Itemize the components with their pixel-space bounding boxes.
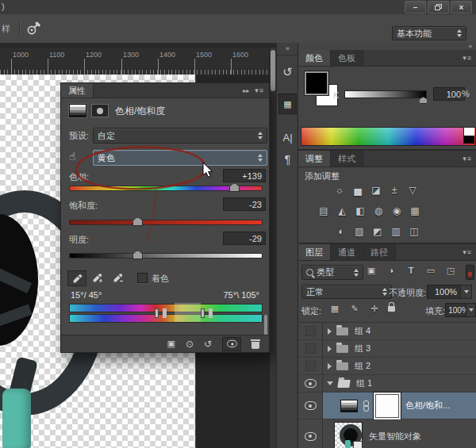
- layer-row-vector-smart-object[interactable]: 矢量智能对象: [298, 419, 476, 448]
- lock-all-icon[interactable]: [388, 306, 395, 312]
- dock-collapse-icon[interactable]: «: [277, 43, 298, 52]
- layers-panel-menu-icon[interactable]: ▾≡: [463, 248, 472, 256]
- hue-saturation-adjustment-icon[interactable]: [69, 104, 86, 117]
- targeted-adjustment-icon[interactable]: [25, 21, 41, 37]
- expander-collapsed-icon[interactable]: [328, 328, 332, 335]
- colorize-checkbox[interactable]: [137, 273, 148, 283]
- tab-swatches[interactable]: 色板: [331, 50, 363, 66]
- tab-properties[interactable]: 属性: [61, 83, 94, 98]
- toggle-visibility-button[interactable]: [222, 337, 241, 351]
- lock-position-icon[interactable]: ✛: [368, 304, 381, 314]
- dock-expand-icon[interactable]: »: [469, 43, 472, 50]
- invert-icon[interactable]: ◐: [335, 226, 347, 237]
- color-lookup-icon[interactable]: ▦: [409, 205, 421, 216]
- layer-mask-thumbnail[interactable]: [375, 394, 399, 418]
- layer-filter-kind-select[interactable]: 类型: [301, 265, 363, 280]
- visibility-cell[interactable]: [298, 358, 323, 374]
- history-panel-icon[interactable]: ↺: [277, 65, 298, 79]
- color-balance-icon[interactable]: ◭: [336, 205, 348, 216]
- k-value[interactable]: 100: [433, 87, 465, 101]
- adjustment-layer-thumbnail[interactable]: [340, 400, 358, 412]
- exposure-icon[interactable]: ±: [388, 185, 401, 196]
- panel-expand-icon[interactable]: ▸▸: [243, 87, 249, 94]
- saturation-value[interactable]: -23: [223, 197, 266, 211]
- preset-select[interactable]: 自定: [93, 128, 267, 144]
- blend-mode-select[interactable]: 正常: [301, 285, 392, 299]
- gradient-map-icon[interactable]: ▥: [390, 226, 402, 237]
- layer-name[interactable]: 组 4: [355, 325, 370, 337]
- layer-name[interactable]: 组 2: [355, 360, 370, 372]
- expander-expanded-icon[interactable]: [327, 381, 333, 385]
- filter-smart-object-icon[interactable]: ◳: [444, 266, 457, 276]
- add-eyedropper-button[interactable]: [88, 270, 106, 285]
- minimize-button[interactable]: –: [405, 1, 426, 13]
- curves-icon[interactable]: ◪: [370, 185, 382, 196]
- visibility-cell[interactable]: [298, 419, 323, 448]
- visibility-cell[interactable]: [298, 323, 323, 339]
- filter-type-layers-icon[interactable]: T: [405, 266, 417, 276]
- layer-name[interactable]: 矢量智能对象: [369, 431, 421, 442]
- posterize-icon[interactable]: ▨: [353, 226, 366, 237]
- clip-to-layer-icon[interactable]: ▣: [167, 339, 175, 349]
- black-white-icon[interactable]: ◧: [354, 205, 367, 216]
- spectrum-black-swatch[interactable]: [463, 136, 474, 144]
- tab-color[interactable]: 颜色: [298, 50, 331, 66]
- photo-filter-icon[interactable]: ◍: [372, 205, 385, 216]
- tab-channels[interactable]: 通道: [331, 244, 363, 260]
- properties-panel-icon[interactable]: ▦: [278, 94, 297, 114]
- lightness-value[interactable]: -29: [223, 232, 266, 245]
- lock-image-pixels-icon[interactable]: ✎: [348, 304, 361, 314]
- adjustments-panel-menu-icon[interactable]: ▾≡: [463, 155, 472, 163]
- mask-link-icon[interactable]: [363, 400, 369, 412]
- layer-row-group3[interactable]: 组 3: [298, 340, 476, 358]
- paragraph-panel-icon[interactable]: ¶: [277, 153, 298, 166]
- restore-button[interactable]: [428, 1, 449, 13]
- saturation-slider-track[interactable]: [69, 220, 263, 225]
- filter-adjustment-layers-icon[interactable]: ◑: [385, 266, 397, 276]
- targeted-adjustment-hand-icon[interactable]: ☝: [69, 150, 76, 163]
- visibility-cell[interactable]: [298, 375, 323, 392]
- tab-paths[interactable]: 路径: [363, 244, 396, 260]
- brightness-contrast-icon[interactable]: ☼: [333, 185, 346, 196]
- filter-shape-layers-icon[interactable]: ▭: [424, 266, 437, 276]
- hue-slider-thumb[interactable]: [229, 183, 240, 192]
- lightness-slider-track[interactable]: [69, 253, 263, 258]
- selective-color-icon[interactable]: ◫: [408, 226, 420, 237]
- character-panel-icon[interactable]: A|: [277, 132, 298, 144]
- properties-scrollbar-thumb[interactable]: [264, 315, 267, 335]
- foreground-color-swatch[interactable]: [305, 71, 328, 95]
- panel-menu-icon[interactable]: ▾≡: [255, 86, 264, 94]
- vibrance-icon[interactable]: ▽: [406, 185, 419, 196]
- color-panel-menu-icon[interactable]: ▾≡: [463, 54, 472, 62]
- tab-styles[interactable]: 样式: [331, 151, 363, 167]
- layer-name[interactable]: 色相/饱和...: [405, 400, 450, 412]
- tab-layers[interactable]: 图层: [298, 244, 331, 260]
- channel-mixer-icon[interactable]: ◉: [390, 205, 403, 216]
- delete-adjustment-icon[interactable]: [251, 342, 259, 349]
- layer-name[interactable]: 组 3: [355, 343, 370, 354]
- layer-thumbnail[interactable]: [334, 422, 363, 448]
- subtract-eyedropper-button[interactable]: [109, 270, 126, 285]
- spectrum-white-swatch[interactable]: [463, 128, 474, 136]
- expander-collapsed-icon[interactable]: [328, 346, 332, 352]
- layer-row-group1[interactable]: 组 1: [298, 375, 476, 392]
- visibility-cell[interactable]: [298, 392, 323, 419]
- range-handle-right[interactable]: [201, 308, 205, 318]
- fill-dropdown-button[interactable]: [466, 303, 476, 317]
- opacity-dropdown-button[interactable]: [460, 285, 472, 299]
- expander-collapsed-icon[interactable]: [328, 363, 332, 370]
- lock-transparent-pixels-icon[interactable]: ▦: [328, 304, 341, 314]
- workspace-switcher[interactable]: 基本功能: [392, 26, 466, 40]
- view-previous-state-icon[interactable]: ⊙: [186, 339, 194, 350]
- lightness-slider-thumb[interactable]: [132, 251, 143, 259]
- threshold-icon[interactable]: ◩: [371, 226, 384, 237]
- layer-name[interactable]: 组 1: [356, 377, 372, 389]
- layer-mask-icon[interactable]: [91, 104, 109, 117]
- visibility-cell[interactable]: [298, 340, 323, 357]
- hue-value[interactable]: +139: [223, 169, 266, 182]
- layer-row-group2[interactable]: 组 2: [298, 358, 476, 375]
- filter-pixel-layers-icon[interactable]: ▣: [365, 266, 378, 276]
- reset-icon[interactable]: ↺: [204, 339, 212, 350]
- canvas-scrollbar-thumb[interactable]: [271, 50, 275, 91]
- layer-row-group4[interactable]: 组 4: [298, 323, 476, 340]
